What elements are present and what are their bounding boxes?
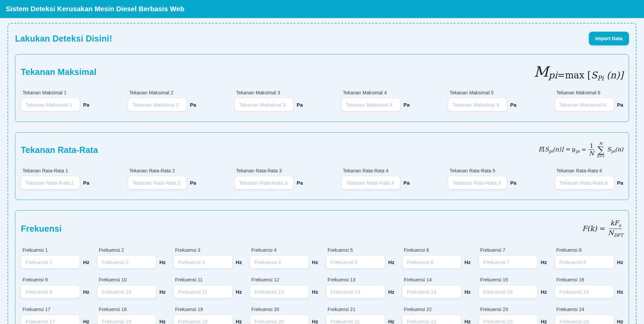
- unit-label: Pa: [83, 102, 89, 108]
- input-row: Hz: [97, 255, 166, 269]
- unit-label: Hz: [617, 259, 623, 265]
- input-row: Hz: [250, 314, 318, 324]
- field-group: Frekuensi 13Hz: [326, 277, 394, 298]
- tekanan-rata-rata-5-input[interactable]: [448, 176, 507, 189]
- field-group: Tekanan Rata-Rata 4Pa: [341, 168, 410, 189]
- field-group: Frekuensi 17Hz: [21, 307, 89, 324]
- tekanan-rata-rata-1-input[interactable]: [21, 176, 80, 189]
- input-row: Pa: [234, 176, 303, 189]
- unit-label: Hz: [465, 319, 471, 324]
- input-row: Pa: [448, 176, 516, 189]
- frekuensi-2-input[interactable]: [97, 255, 156, 269]
- frekuensi-11-input[interactable]: [173, 285, 233, 298]
- frekuensi-18-input[interactable]: [97, 314, 156, 324]
- frekuensi-17-input[interactable]: [21, 314, 80, 324]
- input-row: Hz: [97, 314, 166, 324]
- field-label: Frekuensi 20: [251, 307, 318, 312]
- field-group: Frekuensi 6Hz: [402, 247, 471, 269]
- field-group: Tekanan Maksimal 5Pa: [448, 90, 516, 111]
- field-label: Tekanan Rata-Rata 3: [236, 168, 303, 173]
- app-title: Sistem Deteksi Kerusakan Mesin Diesel Be…: [6, 5, 184, 13]
- tekanan-maksimal-1-input[interactable]: [21, 98, 80, 111]
- frekuensi-21-input[interactable]: [326, 314, 385, 324]
- frekuensi-6-input[interactable]: [402, 255, 461, 269]
- formula-subscript: Pi: [597, 74, 604, 82]
- frekuensi-3-input[interactable]: [173, 255, 233, 269]
- input-row: Hz: [21, 314, 89, 324]
- unit-label: Hz: [465, 259, 471, 265]
- frekuensi-16-input[interactable]: [555, 285, 614, 298]
- unit-label: Pa: [83, 180, 89, 186]
- unit-label: Hz: [312, 259, 318, 265]
- unit-label: Hz: [159, 259, 166, 265]
- frekuensi-12-input[interactable]: [250, 285, 309, 298]
- frekuensi-4-input[interactable]: [250, 255, 309, 269]
- section-frekuensi: Frekuensi F(k) = kFsNDFT Frekuensi 1HzFr…: [15, 210, 629, 324]
- input-row: Hz: [555, 255, 623, 269]
- unit-label: Pa: [617, 102, 623, 108]
- field-group: Tekanan Maksimal 3Pa: [234, 90, 303, 111]
- field-group: Frekuensi 11Hz: [173, 277, 242, 298]
- tekanan-maksimal-2-input[interactable]: [128, 98, 187, 111]
- unit-label: Hz: [388, 319, 394, 324]
- frekuensi-5-input[interactable]: [326, 255, 385, 269]
- field-group: Tekanan Rata-Rata 1Pa: [21, 168, 89, 189]
- unit-label: Pa: [404, 102, 410, 108]
- formula-tail: (n)]: [603, 70, 623, 80]
- input-row: Pa: [234, 98, 303, 111]
- input-row: Hz: [326, 314, 394, 324]
- tekanan-maksimal-5-input[interactable]: [448, 98, 507, 111]
- frekuensi-23-input[interactable]: [478, 314, 538, 324]
- tekanan-maksimal-3-input[interactable]: [234, 98, 294, 111]
- input-row: Hz: [326, 285, 394, 298]
- app-header: Sistem Deteksi Kerusakan Mesin Diesel Be…: [0, 0, 644, 18]
- unit-label: Hz: [541, 259, 547, 265]
- frekuensi-20-input[interactable]: [250, 314, 309, 324]
- frekuensi-1-input[interactable]: [21, 255, 80, 269]
- tekanan-rata-rata-6-input[interactable]: [555, 176, 614, 189]
- input-row: Hz: [250, 255, 318, 269]
- tekanan-maksimal-6-input[interactable]: [555, 98, 614, 111]
- field-label: Frekuensi 23: [480, 307, 547, 312]
- formula-lhs: E[Spi(n)] = μpi =: [538, 146, 586, 154]
- frekuensi-22-input[interactable]: [402, 314, 461, 324]
- field-label: Frekuensi 16: [556, 277, 623, 282]
- unit-label: Pa: [190, 180, 196, 186]
- frekuensi-8-input[interactable]: [555, 255, 614, 269]
- frekuensi-19-input[interactable]: [173, 314, 233, 324]
- input-row: Hz: [21, 285, 89, 298]
- field-label: Tekanan Rata-Rata 4: [343, 168, 410, 173]
- field-label: Tekanan Rata-Rata 1: [22, 168, 89, 173]
- field-label: Frekuensi 4: [251, 247, 318, 253]
- import-data-button[interactable]: Import Data: [589, 32, 629, 45]
- input-row: Hz: [402, 285, 471, 298]
- frekuensi-14-input[interactable]: [402, 285, 461, 298]
- frekuensi-9-input[interactable]: [21, 285, 80, 298]
- tekanan-maksimal-4-input[interactable]: [341, 98, 400, 111]
- tekanan-rata-rata-4-input[interactable]: [341, 176, 400, 189]
- frekuensi-13-input[interactable]: [326, 285, 385, 298]
- formula-fraction: 1N: [588, 143, 594, 157]
- tekanan-rata-rata-2-input[interactable]: [128, 176, 187, 189]
- unit-label: Hz: [159, 289, 166, 295]
- field-row: Tekanan Rata-Rata 1PaTekanan Rata-Rata 2…: [21, 168, 623, 189]
- frekuensi-24-input[interactable]: [555, 314, 614, 324]
- frekuensi-15-input[interactable]: [478, 285, 538, 298]
- section-title: Tekanan Rata-Rata: [21, 145, 98, 155]
- field-group: Tekanan Maksimal 2Pa: [128, 90, 196, 111]
- field-label: Frekuensi 21: [328, 307, 394, 312]
- field-label: Frekuensi 22: [404, 307, 471, 312]
- section-title: Tekanan Maksimal: [21, 67, 96, 77]
- field-group: Tekanan Rata-Rata 5Pa: [448, 168, 516, 189]
- tekanan-rata-rata-fields: Tekanan Rata-Rata 1PaTekanan Rata-Rata 2…: [21, 168, 623, 189]
- field-row: Frekuensi 1HzFrekuensi 2HzFrekuensi 3HzF…: [21, 247, 623, 269]
- field-label: Tekanan Rata-Rata 5: [450, 168, 516, 173]
- frekuensi-7-input[interactable]: [478, 255, 538, 269]
- formula-symbol: M: [534, 63, 548, 80]
- unit-label: Hz: [465, 289, 471, 295]
- formula-tail: Spi(n): [607, 146, 623, 154]
- frekuensi-10-input[interactable]: [97, 285, 156, 298]
- tekanan-rata-rata-3-input[interactable]: [234, 176, 294, 189]
- field-group: Frekuensi 2Hz: [97, 247, 166, 269]
- unit-label: Hz: [617, 319, 623, 324]
